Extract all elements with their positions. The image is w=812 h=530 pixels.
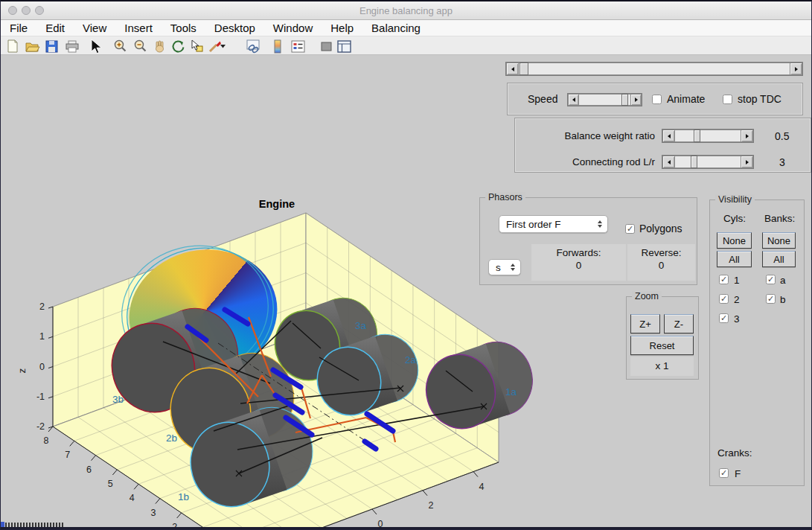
- banks-none-button[interactable]: None: [762, 232, 796, 249]
- phasors-panel: Phasors First order F Polygons Forwards:…: [479, 197, 697, 285]
- zoom-out-button[interactable]: Z-: [664, 314, 694, 333]
- animate-checkbox[interactable]: [652, 95, 662, 104]
- data-cursor-icon[interactable]: [188, 38, 205, 54]
- banks-label: Banks:: [764, 213, 795, 224]
- reverse-value: 0: [627, 260, 695, 271]
- phasor-order-dropdown[interactable]: First order F: [499, 215, 608, 233]
- scrollbar-thumb[interactable]: [520, 63, 528, 75]
- balance-weight-ratio-slider[interactable]: [662, 129, 754, 143]
- cranks-label: Cranks:: [717, 447, 752, 459]
- print-figure-icon[interactable]: [63, 38, 80, 54]
- cyls-none-button[interactable]: None: [717, 232, 752, 249]
- zoom-in-icon[interactable]: [112, 38, 128, 54]
- window-title: Engine balancing app: [1, 5, 811, 16]
- zoom-reset-button[interactable]: Reset: [630, 336, 694, 355]
- insert-colorbar-icon[interactable]: [269, 38, 286, 54]
- open-file-icon[interactable]: [24, 38, 40, 54]
- hide-plot-tools-icon[interactable]: [318, 38, 334, 54]
- link-plot-icon[interactable]: [245, 38, 261, 54]
- speed-panel: Speed Animate stop TDC: [507, 83, 803, 115]
- menu-window[interactable]: Window: [273, 22, 313, 34]
- cylinder-label-3a: 3a: [355, 320, 367, 331]
- phasor-scale-dropdown[interactable]: s: [488, 259, 521, 275]
- figure-toolbar: [1, 36, 811, 55]
- cyl-1-label: 1: [734, 275, 740, 286]
- balance-slider-thumb[interactable]: [694, 130, 700, 142]
- rod-slider-track[interactable]: [675, 156, 741, 168]
- bank-a-label: a: [780, 275, 786, 286]
- visibility-panel: Visibility Cyls: Banks: None None All Al…: [709, 199, 805, 486]
- bank-a-checkbox[interactable]: [766, 275, 776, 284]
- zoom-in-button[interactable]: Z+: [630, 314, 660, 333]
- speed-slider-left-arrow[interactable]: [568, 94, 579, 106]
- phasor-order-value: First order F: [506, 219, 561, 230]
- show-plot-tools-icon[interactable]: [336, 38, 352, 54]
- rod-slider-thumb[interactable]: [691, 156, 697, 168]
- zoom-factor: x 1: [630, 357, 694, 376]
- polygons-checkbox[interactable]: [625, 224, 635, 234]
- cyl-2-checkbox[interactable]: [719, 294, 729, 304]
- connecting-rod-slider[interactable]: [662, 155, 754, 169]
- speed-slider-right-arrow[interactable]: [630, 94, 642, 106]
- rod-slider-right-arrow[interactable]: [741, 156, 753, 168]
- insert-legend-icon[interactable]: [290, 38, 306, 54]
- balance-slider-left-arrow[interactable]: [662, 130, 675, 142]
- new-figure-icon[interactable]: [4, 38, 21, 54]
- speed-label: Speed: [528, 93, 557, 105]
- speed-slider-track[interactable]: [579, 94, 630, 106]
- speed-slider-thumb[interactable]: [621, 94, 628, 106]
- reverse-cell: Reverse: 0: [627, 244, 695, 281]
- menu-edit[interactable]: Edit: [45, 22, 65, 34]
- scroll-left-arrow[interactable]: [506, 63, 519, 75]
- cylinder-label-2a: 2a: [405, 354, 417, 365]
- mouse-cursor: [89, 39, 106, 55]
- speed-slider[interactable]: [567, 93, 642, 106]
- zoom-out-icon[interactable]: [132, 38, 148, 54]
- scroll-right-arrow[interactable]: [790, 63, 802, 75]
- scrollbar-track[interactable]: [519, 63, 790, 75]
- rod-slider-left-arrow[interactable]: [662, 156, 675, 168]
- cyl-3-label: 3: [734, 313, 740, 325]
- cylinder-label-2b: 2b: [166, 432, 177, 444]
- menu-desktop[interactable]: Desktop: [214, 22, 255, 34]
- menu-balancing[interactable]: Balancing: [371, 22, 421, 34]
- brush-dropdown-icon[interactable]: [220, 38, 227, 54]
- cyl-1-checkbox[interactable]: [719, 275, 729, 284]
- menu-tools[interactable]: Tools: [170, 22, 196, 34]
- cyls-all-button[interactable]: All: [717, 251, 752, 267]
- bank-b-checkbox[interactable]: [766, 294, 776, 304]
- reverse-label: Reverse:: [627, 247, 695, 258]
- animate-label: Animate: [667, 93, 705, 105]
- cylinder-label-1b: 1b: [178, 491, 189, 502]
- connecting-rod-value: 3: [779, 156, 785, 168]
- balance-slider-track[interactable]: [675, 130, 741, 142]
- balance-panel: Balance weight ratio 0.5 Connecting rod …: [514, 118, 811, 173]
- cylinder-label-3b: 3b: [112, 394, 124, 405]
- menu-view[interactable]: View: [83, 22, 106, 34]
- zoom-panel-title: Zoom: [632, 291, 662, 301]
- window-bottom-edge: [1, 527, 811, 529]
- banks-all-button[interactable]: All: [762, 251, 796, 267]
- balance-slider-right-arrow[interactable]: [741, 130, 753, 142]
- menubar: File Edit View Insert Tools Desktop Wind…: [1, 20, 811, 36]
- cyl-2-label: 2: [734, 294, 740, 305]
- cylinder-label-1a: 1a: [505, 386, 517, 398]
- menu-help[interactable]: Help: [330, 22, 354, 34]
- stop-tdc-checkbox[interactable]: [723, 95, 732, 104]
- rotate-3d-icon[interactable]: [170, 38, 186, 54]
- cyl-3-checkbox[interactable]: [719, 313, 729, 323]
- balance-weight-ratio-value: 0.5: [775, 130, 789, 142]
- save-figure-icon[interactable]: [43, 38, 60, 54]
- balance-weight-ratio-label: Balance weight ratio: [530, 130, 655, 141]
- titlebar[interactable]: Engine balancing app: [1, 1, 811, 20]
- polygons-label: Polygons: [639, 223, 682, 234]
- crank-f-checkbox[interactable]: [719, 468, 729, 478]
- menu-file[interactable]: File: [10, 22, 28, 34]
- chevron-updown-icon: [598, 220, 602, 228]
- crank-angle-scrollbar[interactable]: [505, 62, 803, 76]
- pan-icon[interactable]: [151, 38, 167, 54]
- phasor-scale-value: s: [496, 262, 501, 273]
- cylinder-1a: [418, 333, 541, 436]
- menu-insert[interactable]: Insert: [124, 22, 153, 34]
- crank-f-label: F: [735, 468, 741, 479]
